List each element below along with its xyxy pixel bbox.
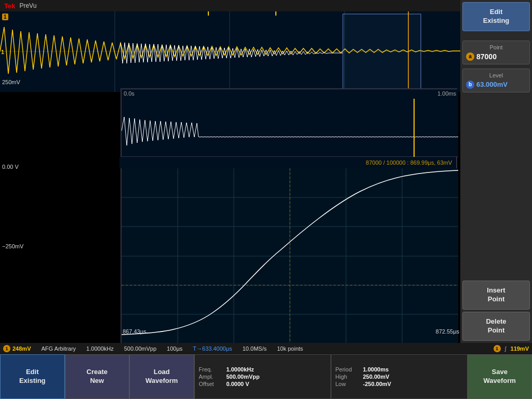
mini-overview-times: 0.0s 1.00ms bbox=[122, 90, 458, 97]
overview-waveform-svg bbox=[0, 11, 460, 92]
freq-key: Freq. bbox=[199, 366, 222, 373]
high-key: High bbox=[336, 374, 359, 380]
period-block: Period 1.0000ms High 250.00mV Low -250.0… bbox=[331, 354, 468, 399]
point-a-badge: a bbox=[466, 52, 474, 61]
timebase: 100µs bbox=[167, 345, 182, 352]
point-display: Point a 87000 bbox=[462, 41, 530, 64]
freq-val: 1.0000kHz bbox=[227, 366, 254, 373]
editor-status-text: 87000 / 100000 : 869.99µs, 63mV bbox=[366, 159, 452, 166]
sample-rate: 10.0MS/s bbox=[243, 345, 267, 352]
afg-ampl: 500.00mVpp bbox=[124, 345, 156, 352]
right-voltage: 119mV bbox=[511, 345, 529, 352]
ch-icon-right: 1 ∫ 119mV bbox=[494, 345, 529, 352]
offset-row: Offset 0.0000 V bbox=[199, 381, 326, 387]
point-label: Point bbox=[466, 44, 526, 50]
level-b-badge: b bbox=[466, 81, 474, 89]
preview-label: PreVu bbox=[19, 2, 36, 9]
param-block: Freq. 1.0000kHz Ampl. 500.00mVpp Offset … bbox=[194, 354, 331, 399]
level-value: 63.000mV bbox=[476, 81, 508, 88]
low-key: Low bbox=[336, 381, 359, 387]
ch1-voltage: 248mV bbox=[12, 345, 31, 352]
ch1-level-marker: 1 bbox=[1, 49, 4, 55]
afg-type: AFG Arbitrary bbox=[41, 345, 76, 352]
create-new-action-btn[interactable]: Create New bbox=[65, 354, 130, 399]
x-axis-right: 872.55µs bbox=[436, 328, 459, 335]
waveform-editor[interactable]: 0.0s 1.00ms 87000 / 100000 : 869.99µs, 6… bbox=[121, 88, 457, 343]
mini-waveform-svg bbox=[122, 99, 458, 164]
point-value: 87000 bbox=[476, 52, 497, 61]
low-row: Low -250.00mV bbox=[336, 381, 463, 387]
tek-logo: Tek bbox=[4, 2, 15, 10]
mini-overview: 0.0s 1.00ms bbox=[122, 89, 458, 157]
level-label: Level bbox=[466, 72, 526, 78]
offset-val: 0.0000 V bbox=[227, 381, 249, 387]
bottom-actions: Edit Existing Create New Load Waveform F… bbox=[0, 354, 532, 399]
editor-status: 87000 / 100000 : 869.99µs, 63mV bbox=[119, 157, 456, 168]
afg-freq: 1.0000kHz bbox=[86, 345, 114, 352]
load-waveform-action-btn[interactable]: Load Waveform bbox=[129, 354, 194, 399]
high-val: 250.00mV bbox=[363, 374, 390, 380]
ch1-badge: 1 bbox=[3, 345, 10, 352]
y-axis-bot: −250mV bbox=[2, 243, 23, 249]
cursor-time: T→633.4000µs bbox=[193, 345, 232, 352]
y-axis-mid: 0.00 V bbox=[2, 164, 19, 170]
waveform-overview: 1 1 bbox=[0, 11, 460, 92]
x-axis-left: 867.43µs bbox=[123, 328, 146, 335]
waveform-detail[interactable] bbox=[122, 168, 458, 344]
level-value-row: b 63.000mV bbox=[466, 81, 526, 89]
bottom-status: 1 248mV AFG Arbitrary 1.0000kHz 500.00mV… bbox=[0, 343, 532, 354]
mini-time-end: 1.00ms bbox=[437, 90, 456, 97]
period-val: 1.0000ms bbox=[363, 366, 389, 373]
point-value-row: a 87000 bbox=[466, 52, 526, 61]
top-bar: Tek PreVu bbox=[0, 0, 460, 11]
svg-rect-4 bbox=[343, 14, 421, 89]
ampl-val: 500.00mVpp bbox=[227, 374, 260, 380]
insert-point-btn[interactable]: Insert Point bbox=[462, 281, 530, 310]
delete-point-btn[interactable]: Delete Point bbox=[462, 312, 530, 341]
offset-key: Offset bbox=[199, 381, 222, 387]
level-display: Level b 63.000mV bbox=[462, 69, 530, 92]
edit-existing-btn[interactable]: Edit Existing bbox=[462, 2, 530, 31]
period-row: Period 1.0000ms bbox=[336, 366, 463, 373]
ch1-badge-right: 1 bbox=[494, 345, 501, 352]
mini-time-start: 0.0s bbox=[124, 90, 135, 97]
period-key: Period bbox=[336, 366, 359, 373]
ch1-status: 1 248mV bbox=[3, 345, 31, 352]
save-waveform-btn[interactable]: Save Waveform bbox=[468, 354, 533, 399]
points: 10k points bbox=[277, 345, 303, 352]
y-axis-top: 250mV bbox=[2, 79, 20, 85]
low-val: -250.00mV bbox=[363, 381, 391, 387]
detail-waveform-svg bbox=[122, 168, 458, 344]
func-symbol: ∫ bbox=[505, 345, 507, 352]
edit-existing-action-btn[interactable]: Edit Existing bbox=[0, 354, 65, 399]
ampl-key: Ampl. bbox=[199, 374, 222, 380]
freq-row: Freq. 1.0000kHz bbox=[199, 366, 326, 373]
ampl-row: Ampl. 500.00mVpp bbox=[199, 374, 326, 380]
high-row: High 250.00mV bbox=[336, 374, 463, 380]
right-panel: Edit Existing Point a 87000 Level b 63.0… bbox=[460, 0, 532, 343]
